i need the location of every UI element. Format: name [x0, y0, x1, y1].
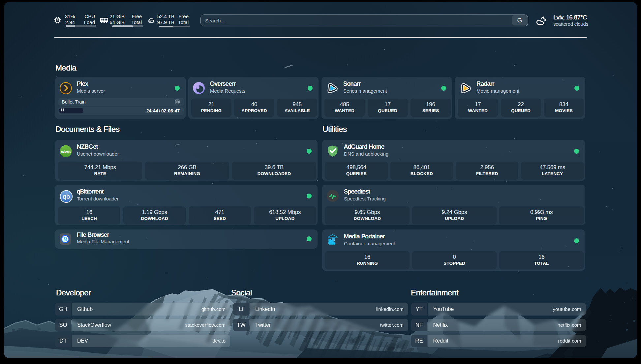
svg-text:qb: qb	[63, 193, 70, 200]
svg-text:nzbget: nzbget	[61, 150, 71, 153]
